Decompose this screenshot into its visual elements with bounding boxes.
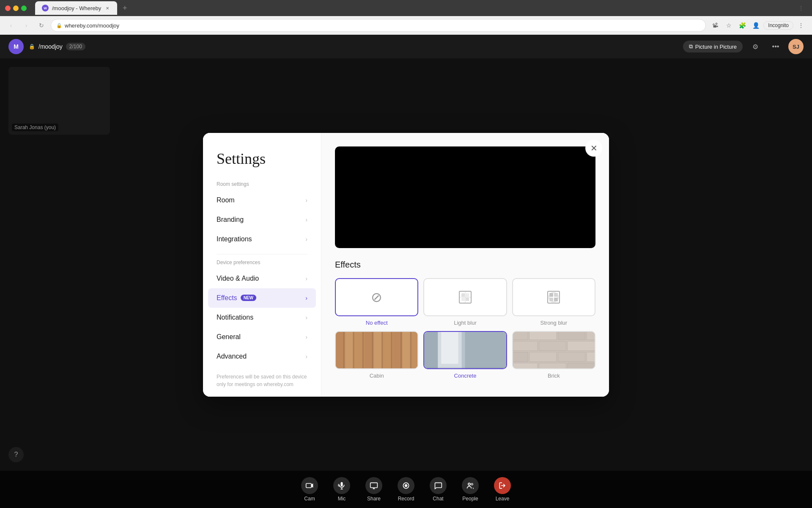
mic-label: Mic — [338, 496, 346, 502]
room-info: 🔒 /moodjoy 2/100 — [29, 43, 85, 50]
fullscreen-window-button[interactable] — [21, 6, 27, 11]
device-section-label: Device preferences — [203, 260, 321, 269]
meeting-content: Sarah Jonas (you) ? ✕ Settings Room sett… — [0, 58, 812, 471]
toolbar-mic[interactable]: Mic — [326, 474, 357, 505]
sidebar-item-notifications[interactable]: Notifications › — [203, 308, 321, 327]
svg-rect-48 — [513, 341, 538, 351]
effect-card-cabin[interactable] — [335, 331, 418, 369]
new-tab-button[interactable]: + — [119, 2, 131, 14]
svg-point-72 — [468, 483, 470, 485]
svg-rect-49 — [539, 341, 566, 351]
effect-cabin[interactable]: Cabin — [335, 331, 418, 379]
svg-rect-13 — [551, 301, 556, 303]
traffic-lights — [5, 6, 27, 11]
effect-label-brick: Brick — [548, 373, 560, 379]
sidebar-item-effects[interactable]: Effects NEW › — [208, 288, 316, 308]
toolbar-record[interactable]: Record — [391, 474, 421, 505]
extension-icon[interactable]: 🧩 — [736, 19, 748, 31]
effect-card-concrete[interactable] — [423, 331, 507, 369]
tab-close-button[interactable]: ✕ — [104, 5, 110, 11]
room-section-label: Room settings — [203, 181, 321, 190]
sidebar-item-general[interactable]: General › — [203, 327, 321, 347]
toolbar-people[interactable]: People — [455, 474, 486, 505]
svg-rect-44 — [513, 332, 528, 340]
effect-card-brick[interactable] — [512, 331, 595, 369]
browser-nav: ‹ › ↻ 🔒 whereby.com/moodjoy 📽 ☆ 🧩 👤 Inco… — [0, 16, 812, 35]
incognito-badge: Incognito — [763, 21, 793, 30]
effect-card-light-blur[interactable] — [423, 278, 507, 316]
more-options-button[interactable]: ••• — [768, 39, 783, 54]
svg-rect-57 — [568, 363, 595, 368]
pip-button[interactable]: ⧉ Picture in Picture — [683, 41, 743, 52]
sidebar-item-branding[interactable]: Branding › — [203, 210, 321, 229]
effect-brick[interactable]: Brick — [512, 331, 595, 379]
svg-rect-50 — [568, 341, 595, 351]
room-logo: M — [8, 39, 24, 54]
sidebar-item-advanced[interactable]: Advanced › — [203, 347, 321, 366]
chat-label: Chat — [433, 496, 443, 502]
settings-modal: ✕ Settings Room settings Room › Branding… — [203, 133, 609, 397]
effect-label-no-effect: No effect — [366, 320, 388, 326]
back-button[interactable]: ‹ — [5, 19, 17, 31]
refresh-button[interactable]: ↻ — [36, 19, 47, 31]
pip-icon: ⧉ — [689, 43, 693, 50]
share-icon — [365, 477, 382, 494]
concrete-thumbnail — [424, 332, 506, 368]
user-avatar[interactable]: SJ — [788, 39, 804, 54]
bottom-toolbar: Cam Mic — [0, 471, 812, 508]
chevron-right-icon: › — [305, 353, 307, 360]
svg-rect-20 — [365, 332, 373, 368]
svg-rect-11 — [554, 298, 558, 301]
effect-light-blur[interactable]: Light blur — [423, 278, 507, 326]
svg-rect-52 — [529, 352, 556, 362]
light-blur-icon — [458, 290, 473, 305]
svg-rect-15 — [557, 295, 560, 299]
effect-card-strong-blur[interactable] — [512, 278, 595, 316]
modal-overlay: ✕ Settings Room settings Room › Branding… — [0, 58, 812, 471]
sidebar-item-room[interactable]: Room › — [203, 190, 321, 210]
strong-blur-icon — [546, 290, 561, 305]
settings-button[interactable]: ⚙ — [748, 39, 763, 54]
tab-bar: W /moodjoy - Whereby ✕ + — [35, 1, 792, 15]
settings-main-content: Effects ⊘ No effect — [321, 133, 609, 397]
chevron-right-icon: › — [305, 295, 307, 301]
forward-button[interactable]: › — [20, 19, 32, 31]
svg-rect-17 — [336, 332, 344, 368]
toolbar-cam[interactable]: Cam — [294, 474, 325, 505]
meeting-topbar: M 🔒 /moodjoy 2/100 ⧉ Picture in Picture … — [0, 35, 812, 58]
address-bar[interactable]: 🔒 whereby.com/moodjoy — [51, 19, 706, 32]
cam-label: Cam — [304, 496, 315, 502]
chevron-right-icon: › — [305, 197, 307, 204]
svg-rect-10 — [549, 298, 553, 301]
toolbar-share[interactable]: Share — [359, 474, 389, 505]
svg-rect-9 — [554, 293, 558, 297]
effects-section-title: Effects — [335, 260, 595, 270]
toolbar-leave[interactable]: Leave — [487, 474, 518, 505]
participant-count: 2/100 — [66, 43, 85, 50]
effect-label-concrete: Concrete — [454, 373, 477, 379]
browser-more-button[interactable]: ⋮ — [795, 19, 807, 31]
bookmark-icon[interactable]: ☆ — [723, 19, 735, 31]
svg-point-71 — [405, 484, 408, 487]
browser-menu-button[interactable]: ⋮ — [795, 2, 807, 14]
sidebar-item-integrations[interactable]: Integrations › — [203, 229, 321, 249]
svg-rect-12 — [551, 291, 556, 293]
record-icon — [398, 477, 414, 494]
brick-thumbnail — [513, 332, 595, 368]
tab-favicon: W — [42, 5, 49, 11]
effect-concrete[interactable]: Concrete — [423, 331, 507, 379]
svg-rect-19 — [355, 332, 363, 368]
active-tab[interactable]: W /moodjoy - Whereby ✕ — [35, 1, 117, 15]
effect-no-effect[interactable]: ⊘ No effect — [335, 278, 418, 326]
effect-card-no-effect[interactable]: ⊘ — [335, 278, 418, 316]
svg-rect-51 — [513, 352, 528, 362]
effect-strong-blur[interactable]: Strong blur — [512, 278, 595, 326]
sidebar-item-video-audio[interactable]: Video & Audio › — [203, 269, 321, 288]
profile-icon[interactable]: 👤 — [750, 19, 762, 31]
close-window-button[interactable] — [5, 6, 11, 11]
sidebar-divider — [217, 254, 307, 254]
cast-icon[interactable]: 📽 — [709, 19, 721, 31]
minimize-window-button[interactable] — [13, 6, 19, 11]
toolbar-chat[interactable]: Chat — [423, 474, 453, 505]
close-modal-button[interactable]: ✕ — [585, 140, 602, 157]
